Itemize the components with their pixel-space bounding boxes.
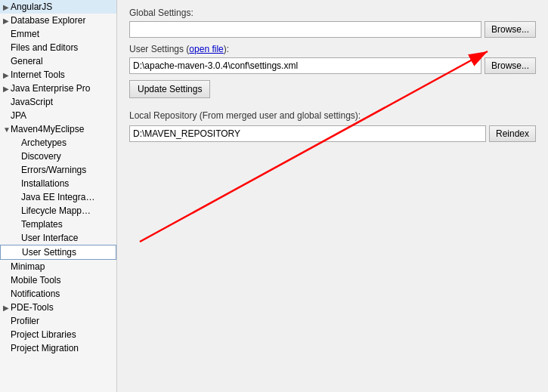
sidebar-item-files-and-editors[interactable]: Files and Editors — [0, 41, 116, 54]
sidebar-label-templates: Templates — [21, 219, 63, 230]
sidebar-label-project-libraries: Project Libraries — [11, 329, 76, 340]
update-settings-button[interactable]: Update Settings — [129, 80, 210, 98]
browse1-button[interactable]: Browse... — [485, 21, 536, 38]
sidebar-item-archetypes[interactable]: Archetypes — [0, 136, 116, 150]
sidebar-item-javascript[interactable]: JavaScript — [0, 95, 116, 109]
user-settings-input[interactable] — [129, 57, 481, 74]
sidebar-item-maven4myeclipse[interactable]: ▼Maven4MyEclipse — [0, 122, 116, 136]
sidebar-label-database-explorer: Database Explorer — [11, 15, 85, 26]
expand-arrow-java-enterprise: ▶ — [3, 85, 11, 93]
sidebar-label-pde-tools: PDE-Tools — [11, 302, 54, 313]
sidebar-item-notifications[interactable]: Notifications — [0, 287, 116, 301]
sidebar-item-java-ee-integra[interactable]: Java EE Integra… — [0, 190, 116, 204]
sidebar-label-profiler: Profiler — [11, 316, 39, 326]
sidebar-label-discovery: Discovery — [21, 151, 61, 162]
sidebar-label-archetypes: Archetypes — [21, 137, 67, 148]
sidebar-label-angularjs: AngularJS — [11, 2, 52, 12]
sidebar-item-discovery[interactable]: Discovery — [0, 150, 116, 163]
sidebar-label-files-and-editors: Files and Editors — [11, 42, 78, 53]
sidebar-item-installations[interactable]: Installations — [0, 177, 116, 190]
sidebar: ▶AngularJS▶Database ExplorerEmmetFiles a… — [0, 0, 117, 392]
sidebar-label-installations: Installations — [21, 178, 69, 189]
sidebar-item-mobile-tools[interactable]: Mobile Tools — [0, 273, 116, 287]
browse2-button[interactable]: Browse... — [485, 57, 536, 74]
reindex-button[interactable]: Reindex — [489, 125, 536, 142]
expand-arrow-database-explorer: ▶ — [3, 17, 11, 25]
user-settings-label: User Settings (open file): — [129, 44, 536, 54]
sidebar-item-angularjs[interactable]: ▶AngularJS — [0, 0, 116, 14]
sidebar-label-errors-warnings: Errors/Warnings — [21, 165, 86, 175]
sidebar-item-user-interface[interactable]: User Interface — [0, 231, 116, 245]
sidebar-label-general: General — [11, 56, 43, 66]
sidebar-item-project-migration[interactable]: Project Migration — [0, 341, 116, 355]
sidebar-label-java-enterprise: Java Enterprise Pro — [11, 83, 90, 94]
sidebar-label-javascript: JavaScript — [11, 97, 53, 107]
local-repo-label: Local Repository (From merged user and g… — [129, 110, 536, 121]
expand-arrow-internet-tools: ▶ — [3, 71, 11, 79]
sidebar-label-internet-tools: Internet Tools — [11, 69, 65, 80]
sidebar-item-templates[interactable]: Templates — [0, 218, 116, 231]
sidebar-label-minimap: Minimap — [11, 261, 45, 272]
sidebar-label-lifecycle-mapp: Lifecycle Mapp… — [21, 205, 91, 216]
sidebar-label-user-settings: User Settings — [22, 247, 76, 258]
sidebar-item-lifecycle-mapp[interactable]: Lifecycle Mapp… — [0, 204, 116, 218]
sidebar-label-user-interface: User Interface — [21, 233, 78, 243]
global-settings-input[interactable] — [129, 21, 481, 38]
sidebar-item-jpa[interactable]: JPA — [0, 109, 116, 122]
sidebar-item-java-enterprise[interactable]: ▶Java Enterprise Pro — [0, 82, 116, 95]
sidebar-item-emmet[interactable]: Emmet — [0, 27, 116, 41]
sidebar-item-project-libraries[interactable]: Project Libraries — [0, 328, 116, 341]
sidebar-label-project-migration: Project Migration — [11, 343, 79, 353]
expand-arrow-angularjs: ▶ — [3, 3, 11, 11]
sidebar-item-user-settings[interactable]: User Settings — [0, 245, 116, 260]
sidebar-item-internet-tools[interactable]: ▶Internet Tools — [0, 68, 116, 82]
sidebar-label-mobile-tools: Mobile Tools — [11, 275, 60, 286]
sidebar-item-errors-warnings[interactable]: Errors/Warnings — [0, 163, 116, 177]
sidebar-item-database-explorer[interactable]: ▶Database Explorer — [0, 14, 116, 27]
sidebar-label-emmet: Emmet — [11, 29, 39, 39]
global-settings-label: Global Settings: — [129, 8, 536, 18]
open-file-link[interactable]: open file — [189, 44, 223, 54]
sidebar-label-maven4myeclipse: Maven4MyEclipse — [11, 124, 84, 134]
local-repo-input[interactable] — [129, 125, 486, 142]
sidebar-item-profiler[interactable]: Profiler — [0, 314, 116, 328]
sidebar-item-general[interactable]: General — [0, 54, 116, 68]
sidebar-label-jpa: JPA — [11, 110, 26, 121]
expand-arrow-maven4myeclipse: ▼ — [3, 125, 11, 134]
sidebar-item-pde-tools[interactable]: ▶PDE-Tools — [0, 301, 116, 314]
sidebar-label-java-ee-integra: Java EE Integra… — [21, 192, 94, 202]
main-content: Global Settings: Browse... User Settings… — [117, 0, 548, 392]
sidebar-item-minimap[interactable]: Minimap — [0, 260, 116, 273]
sidebar-label-notifications: Notifications — [11, 289, 60, 299]
expand-arrow-pde-tools: ▶ — [3, 304, 11, 312]
